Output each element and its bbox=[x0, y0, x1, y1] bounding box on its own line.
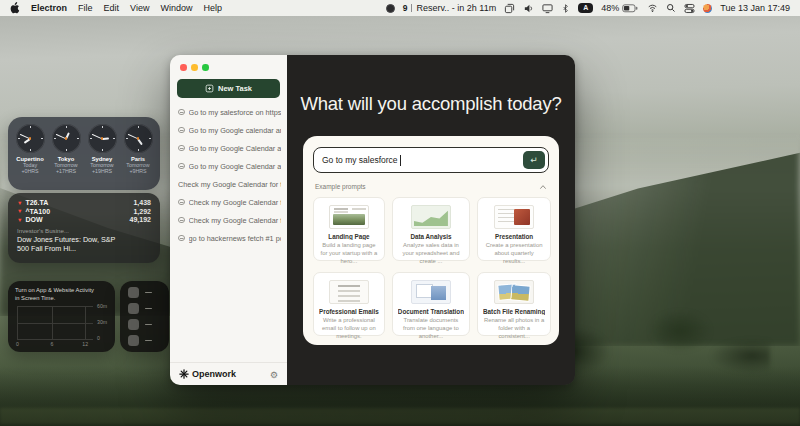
menu-item[interactable]: File bbox=[78, 3, 93, 13]
task-list-item[interactable]: go to hackernews fetch #1 po... bbox=[178, 233, 281, 244]
prompt-card-title: Data Analysis bbox=[398, 233, 464, 240]
stock-value: 1,292 bbox=[133, 208, 151, 215]
task-input-value: Go to my salesforce bbox=[322, 155, 398, 165]
stock-symbol: DOW bbox=[25, 216, 42, 223]
stage-manager-icon[interactable] bbox=[504, 3, 515, 14]
stock-down-icon: ▼ bbox=[17, 208, 22, 214]
app-list-row bbox=[128, 303, 169, 314]
prompt-card[interactable]: Data Analysis Analyze sales data in your… bbox=[392, 197, 470, 261]
menu-item[interactable]: Help bbox=[203, 3, 222, 13]
new-task-icon bbox=[205, 84, 214, 93]
analog-clock-icon bbox=[16, 124, 45, 153]
yaxis-label: 60m bbox=[97, 303, 107, 309]
task-status-icon bbox=[178, 235, 185, 242]
page-title: What will you accomplish today? bbox=[287, 93, 575, 115]
task-status-icon bbox=[178, 199, 185, 206]
new-task-label: New Task bbox=[218, 84, 252, 93]
prompt-card-title: Professional Emails bbox=[319, 308, 379, 315]
task-status-icon bbox=[178, 217, 185, 224]
prompt-card-thumbnail-icon bbox=[329, 280, 369, 304]
clock-city-day: Today bbox=[13, 162, 48, 169]
bluetooth-icon[interactable] bbox=[561, 3, 570, 14]
display-icon[interactable] bbox=[542, 3, 553, 14]
app-list-row bbox=[128, 287, 169, 298]
clock-city-offset: +19HRS bbox=[85, 168, 120, 175]
task-list-item[interactable]: Go to my Google calendar an... bbox=[178, 125, 281, 136]
task-label: Check my Google Calendar f... bbox=[189, 198, 282, 207]
stocks-widget[interactable]: ▼ T26.TA 1,438 ▼ ^TA100 1,292 ▼ DOW 49,1… bbox=[8, 193, 160, 263]
openwork-logo-icon bbox=[179, 369, 189, 379]
prompt-card[interactable]: Document Translation Translate documents… bbox=[392, 272, 470, 336]
xaxis-label: 6 bbox=[50, 341, 53, 347]
agent-badge[interactable]: A bbox=[578, 3, 593, 13]
xaxis-label: 12 bbox=[82, 341, 88, 347]
app-list-widget[interactable] bbox=[120, 281, 169, 352]
stock-news-source: Investor's Busine... bbox=[17, 227, 151, 234]
volume-icon[interactable] bbox=[523, 3, 534, 14]
task-list-item[interactable]: Check my Google Calendar f... bbox=[178, 197, 281, 208]
menu-item[interactable]: Window bbox=[160, 3, 192, 13]
prompt-card-thumbnail-icon bbox=[494, 205, 534, 229]
menu-item[interactable]: View bbox=[130, 3, 149, 13]
return-arrow-icon: ↵ bbox=[530, 155, 538, 165]
prompt-card[interactable]: Professional Emails Write a professional… bbox=[313, 272, 385, 336]
close-window-button[interactable] bbox=[180, 64, 187, 71]
world-clock-widget[interactable]: Cupertino Today +0HRS Tokyo Tomorrow +17… bbox=[8, 117, 160, 190]
task-list-item[interactable]: Go to my Google Calendar an... bbox=[178, 161, 281, 172]
text-caret bbox=[400, 155, 401, 166]
prompt-card[interactable]: Landing Page Build a landing page for yo… bbox=[313, 197, 385, 261]
menu-app-circle-icon[interactable] bbox=[703, 4, 712, 13]
world-clock-city: Paris Tomorrow +9HRS bbox=[121, 124, 156, 175]
stock-news-headline: Dow Jones Futures: Dow, S&P 500 Fall Fro… bbox=[17, 235, 117, 254]
prompt-card-title: Batch File Renaming bbox=[483, 308, 545, 315]
new-task-button[interactable]: New Task bbox=[177, 79, 280, 98]
task-list-item[interactable]: Go to my salesforce on https... bbox=[178, 107, 281, 118]
apple-menu-icon[interactable] bbox=[10, 2, 20, 14]
stock-row: ▼ ^TA100 1,292 bbox=[17, 208, 151, 215]
screen-time-widget[interactable]: Turn on App & Website Activity in Screen… bbox=[8, 281, 115, 352]
calendar-status-item[interactable]: 9 Reserv.. - in 2h 11m bbox=[403, 3, 496, 13]
menu-app-name[interactable]: Electron bbox=[31, 3, 67, 13]
prompt-card[interactable]: Presentation Create a presentation about… bbox=[477, 197, 551, 261]
status-record-icon[interactable] bbox=[386, 4, 395, 13]
task-input[interactable]: Go to my salesforce bbox=[313, 147, 549, 173]
analog-clock-icon bbox=[52, 124, 81, 153]
task-label: Go to my salesforce on https... bbox=[189, 108, 282, 117]
app-placeholder-icon bbox=[128, 303, 139, 314]
stock-symbol: ^TA100 bbox=[25, 208, 50, 215]
yaxis-label: 0 bbox=[97, 335, 100, 341]
task-status-icon bbox=[178, 163, 185, 170]
task-status-icon bbox=[178, 109, 185, 116]
settings-button[interactable]: ⚙ bbox=[270, 374, 278, 375]
clock-city-name: Cupertino bbox=[13, 156, 48, 162]
world-clock-city: Cupertino Today +0HRS bbox=[13, 124, 48, 175]
control-center-icon[interactable] bbox=[684, 3, 695, 14]
prompt-card[interactable]: Batch File Renaming Rename all photos in… bbox=[477, 272, 551, 336]
task-list-item[interactable]: Check my Google Calendar for t... bbox=[178, 179, 281, 190]
screen-time-message: Turn on App & Website Activity in Screen… bbox=[15, 287, 100, 302]
brand-name: Openwork bbox=[192, 369, 236, 379]
app-list-row bbox=[128, 319, 169, 330]
calendar-separator bbox=[411, 4, 412, 12]
zoom-window-button[interactable] bbox=[202, 64, 209, 71]
wifi-icon[interactable] bbox=[647, 3, 658, 13]
battery-status[interactable]: 48% bbox=[601, 3, 639, 13]
menu-clock[interactable]: Tue 13 Jan 17:49 bbox=[720, 3, 790, 13]
minimize-window-button[interactable] bbox=[191, 64, 198, 71]
desktop: Electron File Edit View Window Help 9 Re… bbox=[0, 0, 800, 426]
submit-task-button[interactable]: ↵ bbox=[523, 151, 545, 169]
clock-city-day: Tomorrow bbox=[121, 162, 156, 169]
collapse-prompts-button[interactable] bbox=[539, 184, 547, 190]
prompt-card-title: Landing Page bbox=[319, 233, 379, 240]
yaxis-label: 30m bbox=[97, 319, 107, 325]
task-list-item[interactable]: Go to my Google Calendar an... bbox=[178, 143, 281, 154]
clock-city-day: Tomorrow bbox=[49, 162, 84, 169]
task-list-item[interactable]: Check my Google Calendar f... bbox=[178, 215, 281, 226]
screen-time-chart: 60m 30m 0 0 6 12 bbox=[17, 306, 93, 339]
task-label: Go to my Google Calendar an... bbox=[189, 162, 282, 171]
prompt-card-thumbnail-icon bbox=[411, 205, 451, 229]
calendar-event-text: Reserv.. - in 2h 11m bbox=[416, 3, 496, 13]
spotlight-search-icon[interactable] bbox=[666, 3, 676, 13]
stock-value: 49,192 bbox=[130, 216, 151, 223]
menu-item[interactable]: Edit bbox=[104, 3, 120, 13]
